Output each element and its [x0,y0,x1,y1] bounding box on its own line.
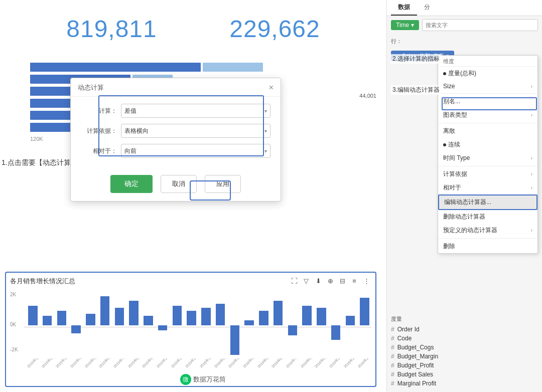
basis-label: 计算依据： [81,127,117,135]
ctx-measure-dot[interactable]: 度量(总和) [438,67,537,80]
measures-title: 度量 [391,315,538,323]
mini-bar [257,293,270,358]
confirm-button[interactable]: 确定 [110,175,153,193]
ctx-relative[interactable]: 相对于 › [438,181,537,194]
ctx-divider [438,123,537,123]
mini-bar [344,293,357,358]
mini-bar-fill [331,325,341,340]
download-icon[interactable]: ⬇ [314,277,322,285]
mini-bar [142,293,155,358]
y-label-neg2k: -2K [10,347,18,352]
chevron-right-icon: › [531,112,532,118]
measure-item-budgetsales: # Budget Sales [391,370,538,379]
mini-bar-fill [86,314,95,325]
ctx-size[interactable]: Size › [438,80,537,92]
bullet-icon [443,143,446,146]
mini-bar [171,293,184,358]
measure-item-budgetcogs: # Budget_Cogs [391,343,538,352]
watermark-text: 数据万花筒 [193,375,226,384]
mini-bar-fill [360,298,369,325]
chevron-right-icon: › [531,185,532,190]
measures-section: 度量 # Order Id # Code # Budget_Cogs # Bud… [387,311,542,392]
relative-select[interactable]: 向前 ▾ [121,144,270,158]
mini-bar-fill [288,325,298,335]
cancel-button[interactable]: 取消 [161,175,197,193]
mini-bar [329,293,343,358]
mini-bar [315,293,328,358]
ctx-chart-type[interactable]: 图表类型 › [438,108,537,122]
expand-icon[interactable]: ⛶ [290,277,298,285]
mini-bar-fill [158,325,168,330]
zoom-out-icon[interactable]: ⊟ [338,277,346,285]
measure-label: Marginal Profit [397,380,436,387]
dropdown-arrow-icon: ▾ [411,22,414,29]
dynamic-calc-dialog: 动态计算 × 计算： 差值 ▾ 计算依据： 表格横向 ▾ 相对于： [70,78,281,202]
measure-item-orderid: # Order Id [391,325,538,334]
mini-bar-fill [100,296,110,326]
row-label: 行： [391,36,538,47]
search-input[interactable] [422,19,538,31]
ctx-continuous[interactable]: 连续 [438,138,537,151]
y-label-2k: 2K [10,292,16,297]
mini-bar [98,293,112,358]
calc-label: 计算： [81,107,117,115]
ctx-alias[interactable]: 别名... [438,95,537,108]
x-labels: 2015年1月1日2015年2月1日2015年3月1日2015年4月1日2015… [26,358,371,370]
ctx-calc-basis[interactable]: 计算依据 › [438,167,537,181]
ctx-delete[interactable]: 删除 [438,240,537,253]
basis-value: 表格横向 [124,127,149,135]
mini-bar [69,293,83,358]
chevron-down-icon: ▾ [264,128,267,134]
calc-select[interactable]: 差值 ▾ [121,104,270,118]
hash-icon: # [391,371,394,378]
rp-top-bar: 数据 分 [387,0,542,16]
apply-button[interactable]: 应用 [205,175,241,193]
mini-bar-fill [43,316,52,326]
tab-data[interactable]: 数据 [391,0,417,16]
time-button[interactable]: Time ▾ [391,20,419,30]
mini-bar-fill [173,306,182,325]
basis-select[interactable]: 表格横向 ▾ [121,124,270,138]
line-chart-toolbar: ⛶ ▽ ⬇ ⊕ ⊟ ≡ ⋮ [290,277,370,285]
zoom-in-icon[interactable]: ⊕ [326,277,334,285]
mini-bar-fill [115,308,124,325]
measure-label: Code [397,335,412,342]
mini-bar-fill [317,308,326,325]
hash-icon: # [391,353,394,360]
hash-icon: # [391,344,394,351]
ctx-divider [438,166,537,166]
ctx-time-type[interactable]: 时间 Type › [438,151,537,165]
mini-bar-fill [259,311,268,325]
mini-bar [300,293,314,358]
ctx-divider [438,93,537,94]
mini-bar [358,293,371,358]
list-icon[interactable]: ≡ [350,277,358,285]
measure-label: Budget_Margin [397,353,438,360]
ctx-divider [438,238,537,239]
more-icon[interactable]: ⋮ [362,277,370,285]
hash-icon: # [391,335,394,342]
measure-label: Budget_Cogs [397,344,434,351]
filter-icon[interactable]: ▽ [302,277,310,285]
measure-item-budgetprofit: # Budget_Profit [391,361,538,370]
form-row-basis: 计算依据： 表格横向 ▾ [81,124,270,138]
y-label-0k: 0K [10,322,16,327]
form-row-calc: 计算： 差值 ▾ [81,104,270,118]
calc-value: 差值 [124,107,137,115]
mini-bar-fill [57,311,67,325]
ctx-edit-calc[interactable]: 编辑动态计算器... [438,194,537,210]
measure-item-budgetmargin: # Budget_Margin [391,352,538,361]
ctx-delete-calc[interactable]: 删除动态计算器 [438,210,537,224]
mini-bar-fill [187,311,196,325]
mini-bar-fill [274,301,283,325]
close-button[interactable]: × [269,83,274,92]
relative-value: 向前 [124,147,137,155]
bars-container [26,293,371,358]
mini-bar-fill [28,306,38,325]
mini-bar-fill [302,306,312,325]
ctx-predef-calc[interactable]: 预定义的动态计算器 › [438,224,537,237]
rp-row-section: 行： [387,34,542,49]
ctx-discrete[interactable]: 离散 [438,124,537,138]
tab-other[interactable]: 分 [417,0,437,16]
mini-bar [242,293,256,358]
